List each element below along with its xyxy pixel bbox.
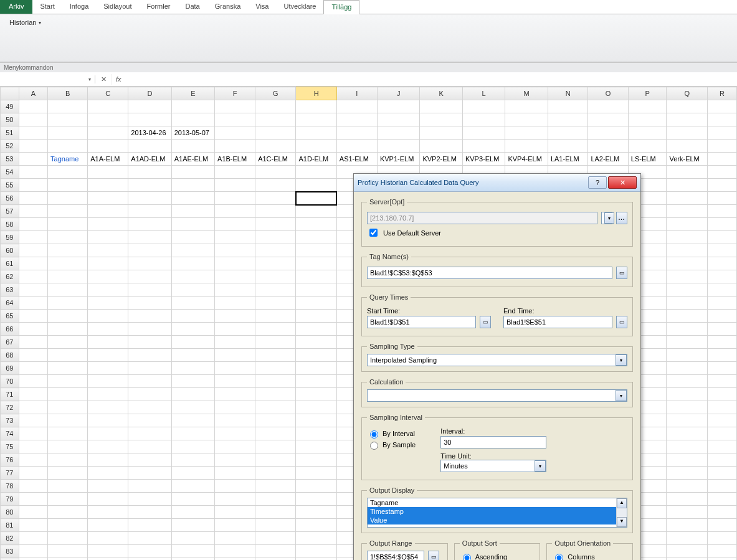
cell-F73[interactable] [215, 414, 255, 427]
cell-E82[interactable] [171, 532, 214, 545]
cell-R70[interactable] [708, 375, 737, 388]
cell-G49[interactable] [255, 100, 296, 113]
col-header-M[interactable]: M [505, 87, 548, 100]
col-header-F[interactable]: F [215, 87, 255, 100]
cell-F77[interactable] [215, 467, 255, 480]
cell-A49[interactable] [19, 100, 47, 113]
calculation-combo[interactable]: ▾ [367, 389, 627, 402]
cell-E84[interactable] [171, 558, 214, 561]
cell-C73[interactable] [88, 414, 128, 427]
outputdisplay-listbox[interactable]: Tagname Timestamp Value ▲ ▼ [367, 498, 627, 528]
cell-F82[interactable] [215, 532, 255, 545]
cell-L51[interactable] [462, 126, 505, 140]
cell-E74[interactable] [171, 427, 214, 440]
cell-D69[interactable] [128, 362, 171, 375]
cell-M51[interactable] [505, 126, 548, 140]
cell-D73[interactable] [128, 414, 171, 427]
close-icon[interactable]: ✕ [608, 176, 637, 189]
row-header-50[interactable]: 50 [1, 113, 19, 126]
cell-L50[interactable] [462, 113, 505, 126]
cell-B70[interactable] [48, 375, 88, 388]
cell-H51[interactable] [296, 126, 336, 140]
samplingtype-combo[interactable]: Interpolated Sampling ▾ [367, 354, 627, 366]
col-header-E[interactable]: E [171, 87, 214, 100]
cell-R60[interactable] [708, 244, 737, 257]
cell-C72[interactable] [88, 401, 128, 414]
cell-H59[interactable] [296, 231, 336, 244]
cell-D61[interactable] [128, 257, 171, 270]
ascending-radio[interactable] [463, 554, 471, 560]
cell-C63[interactable] [88, 283, 128, 297]
cell-E52[interactable] [171, 140, 214, 153]
row-header-76[interactable]: 76 [1, 453, 19, 467]
cell-B73[interactable] [48, 414, 88, 427]
cell-E81[interactable] [171, 519, 214, 532]
cell-H57[interactable] [296, 205, 336, 218]
col-header-P[interactable]: P [628, 87, 667, 100]
cell-E68[interactable] [171, 349, 214, 362]
cell-E77[interactable] [171, 467, 214, 480]
cell-Q76[interactable] [667, 453, 708, 467]
cell-A66[interactable] [19, 323, 47, 336]
cell-C50[interactable] [88, 113, 128, 126]
cell-N52[interactable] [548, 140, 587, 153]
outputrange-input[interactable] [367, 551, 424, 560]
cell-F83[interactable] [215, 545, 255, 558]
cell-A75[interactable] [19, 440, 47, 453]
cell-B65[interactable] [48, 310, 88, 323]
cell-O49[interactable] [588, 100, 628, 113]
cell-A73[interactable] [19, 414, 47, 427]
cell-L49[interactable] [462, 100, 505, 113]
cell-Q66[interactable] [667, 323, 708, 336]
cell-F68[interactable] [215, 349, 255, 362]
cell-A57[interactable] [19, 205, 47, 218]
col-header-N[interactable]: N [548, 87, 587, 100]
cell-R58[interactable] [708, 218, 737, 231]
cell-H74[interactable] [296, 427, 336, 440]
cell-C80[interactable] [88, 506, 128, 519]
row-header-71[interactable]: 71 [1, 388, 19, 401]
cell-B80[interactable] [48, 506, 88, 519]
cell-G53[interactable]: A1C-ELM [255, 153, 296, 166]
cell-R64[interactable] [708, 297, 737, 310]
cell-G55[interactable] [255, 179, 296, 192]
cell-B57[interactable] [48, 205, 88, 218]
cell-J53[interactable]: KVP1-ELM [377, 153, 420, 166]
cell-E49[interactable] [171, 100, 214, 113]
cell-F57[interactable] [215, 205, 255, 218]
cell-A72[interactable] [19, 401, 47, 414]
row-header-72[interactable]: 72 [1, 401, 19, 414]
cell-A52[interactable] [19, 140, 47, 153]
cell-A67[interactable] [19, 336, 47, 349]
col-header-H[interactable]: H [296, 87, 336, 100]
cell-E69[interactable] [171, 362, 214, 375]
cell-A53[interactable] [19, 153, 47, 166]
cell-E76[interactable] [171, 453, 214, 467]
cell-C59[interactable] [88, 231, 128, 244]
cell-C65[interactable] [88, 310, 128, 323]
cell-R84[interactable] [708, 558, 737, 561]
cell-R52[interactable] [708, 140, 737, 153]
cell-R55[interactable] [708, 179, 737, 192]
cell-C79[interactable] [88, 493, 128, 506]
cell-I53[interactable]: AS1-ELM [336, 153, 377, 166]
cell-A81[interactable] [19, 519, 47, 532]
cell-R63[interactable] [708, 283, 737, 297]
cell-J49[interactable] [377, 100, 420, 113]
row-header-66[interactable]: 66 [1, 323, 19, 336]
dialog-titlebar[interactable]: Proficy Historian Calculated Data Query … [354, 174, 640, 192]
row-header-61[interactable]: 61 [1, 257, 19, 270]
end-time-ref-button[interactable]: ▭ [616, 316, 627, 328]
cell-D66[interactable] [128, 323, 171, 336]
cell-B71[interactable] [48, 388, 88, 401]
cell-R83[interactable] [708, 545, 737, 558]
cell-D79[interactable] [128, 493, 171, 506]
cell-C54[interactable] [88, 166, 128, 179]
cell-A61[interactable] [19, 257, 47, 270]
cell-Q84[interactable] [667, 558, 708, 561]
tab-formler[interactable]: Formler [140, 0, 178, 14]
cell-C61[interactable] [88, 257, 128, 270]
cell-C82[interactable] [88, 532, 128, 545]
cell-H56[interactable] [296, 192, 336, 205]
cell-E53[interactable]: A1AE-ELM [171, 153, 214, 166]
